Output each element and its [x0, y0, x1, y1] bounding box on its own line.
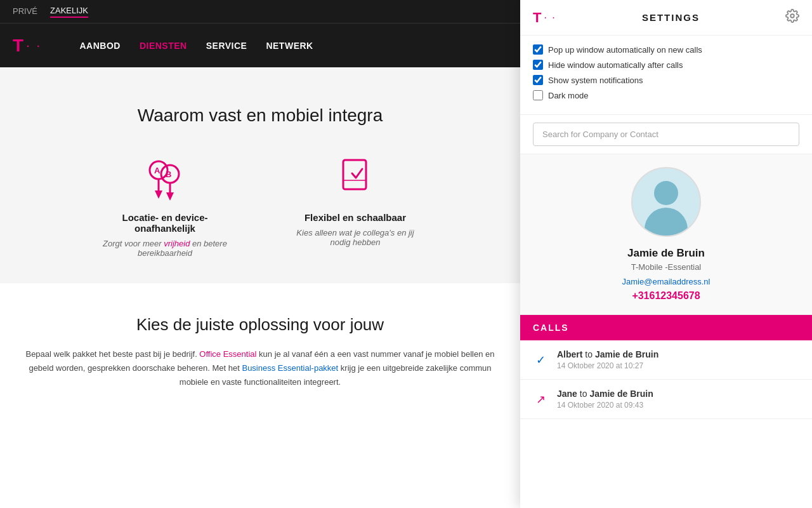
panel-logo-t: T [533, 10, 541, 26]
feature-flexible: Flexibel en schaalbaar Kies alleen wat j… [285, 157, 425, 258]
calls-header: CALLS [520, 315, 812, 340]
call-from-2: Jane [557, 389, 577, 399]
call-time-2: 14 Oktober 2020 at 09:43 [557, 401, 799, 410]
popup-checkbox[interactable] [533, 44, 543, 55]
content-text: Bepaal welk pakket het beste past bij je… [22, 347, 498, 389]
panel-title: SETTINGS [563, 12, 779, 23]
hide-label[interactable]: Hide window automatically after calls [548, 60, 683, 70]
feature1-desc: Zorgt voor meer vrijheid en betere berei… [95, 239, 235, 258]
nav-service[interactable]: SERVICE [206, 41, 247, 51]
feature2-desc: Kies alleen wat je collega's en jij nodi… [285, 228, 425, 247]
svg-marker-3 [155, 190, 162, 199]
contact-company: T-Mobile -Essential [631, 262, 702, 272]
logo-t: T [13, 36, 23, 56]
search-section [520, 115, 812, 154]
nav-netwerk[interactable]: NETWERK [266, 41, 313, 51]
top-bar: PRIVÉ ZAKELIJK [0, 0, 520, 23]
main-nav: T · · AANBOD DIENSTEN SERVICE NETWERK [0, 23, 520, 67]
nav-logo: T · · [13, 36, 41, 56]
logo-dots: · · [26, 37, 41, 54]
popup-label[interactable]: Pop up window automatically on new calls [548, 45, 702, 55]
call-info-1: Albert to Jamie de Bruin 14 Oktober 2020… [557, 349, 799, 370]
feature1-title: Locatie- en device-onafhankelijk [95, 212, 235, 234]
nav-aanbod[interactable]: AANBOD [79, 41, 120, 51]
panel-header: T · · SETTINGS [520, 0, 812, 36]
contact-email[interactable]: Jamie@emailaddress.nl [622, 277, 710, 286]
call-item[interactable]: ✓ Albert to Jamie de Bruin 14 Oktober 20… [520, 340, 812, 380]
office-essential-link[interactable]: Office Essential [199, 349, 256, 359]
avatar-head [654, 181, 678, 205]
hero-section: Waarom vast en mobiel integra A B [0, 67, 520, 283]
svg-point-10 [790, 14, 794, 18]
calls-title: CALLS [533, 323, 799, 333]
avatar [631, 167, 701, 237]
call-time-1: 14 Oktober 2020 at 10:27 [557, 361, 799, 370]
call-info-2: Jane to Jamie de Bruin 14 Oktober 2020 a… [557, 389, 799, 410]
feature1-highlight: vrijheid [164, 239, 190, 248]
avatar-torso [645, 208, 688, 236]
checkbox-hide: Hide window automatically after calls [533, 60, 799, 70]
incoming-call-icon: ✓ [533, 352, 548, 368]
calls-list: ✓ Albert to Jamie de Bruin 14 Oktober 20… [520, 340, 812, 508]
settings-gear-button[interactable] [785, 9, 799, 26]
contact-phone[interactable]: +31612345678 [632, 290, 700, 302]
business-essential-link[interactable]: Business Essential-pakket [242, 363, 338, 373]
call-names-2: Jane to Jamie de Bruin [557, 389, 799, 399]
svg-rect-8 [343, 160, 366, 189]
svg-text:A: A [154, 166, 160, 175]
call-to-label-2: to [580, 389, 590, 399]
call-from-1: Albert [557, 349, 582, 359]
topbar-prive[interactable]: PRIVÉ [13, 6, 37, 17]
outgoing-call-icon: ↗ [533, 392, 548, 407]
hero-title: Waarom vast en mobiel integra [13, 105, 508, 126]
nav-diensten[interactable]: DIENSTEN [140, 41, 187, 51]
website-background: PRIVÉ ZAKELIJK T · · AANBOD DIENSTEN SER… [0, 0, 520, 508]
call-to-label-1: to [585, 349, 595, 359]
feature2-title: Flexibel en schaalbaar [285, 212, 425, 223]
hide-checkbox[interactable] [533, 60, 543, 70]
darkmode-checkbox[interactable] [533, 90, 543, 100]
call-names-1: Albert to Jamie de Bruin [557, 349, 799, 359]
nav-items: AANBOD DIENSTEN SERVICE NETWERK [79, 41, 313, 51]
content-section: Kies de juiste oplossing voor jouw Bepaa… [0, 283, 520, 415]
checkbox-darkmode: Dark mode [533, 90, 799, 100]
darkmode-label[interactable]: Dark mode [548, 91, 589, 100]
checkbox-popup: Pop up window automatically on new calls [533, 44, 799, 55]
right-panel: T · · SETTINGS Pop up window automatical… [520, 0, 812, 508]
notifications-label[interactable]: Show system notifications [548, 76, 643, 85]
feature-location: A B Locatie- en device-onafhankelijk Zor… [95, 157, 235, 258]
panel-logo: T · · [533, 10, 556, 26]
call-to-2: Jamie de Bruin [589, 389, 653, 399]
svg-text:B: B [166, 170, 171, 179]
svg-marker-7 [166, 192, 174, 201]
topbar-zakelijk[interactable]: ZAKELIJK [50, 6, 88, 18]
content-title: Kies de juiste oplossing voor jouw [19, 315, 501, 335]
settings-section: Pop up window automatically on new calls… [520, 36, 812, 115]
notifications-checkbox[interactable] [533, 75, 543, 85]
document-icon [285, 157, 425, 202]
features-row: A B Locatie- en device-onafhankelijk Zor… [13, 157, 508, 258]
panel-logo-dots: · · [544, 12, 556, 23]
avatar-body [645, 181, 688, 236]
call-item[interactable]: ↗ Jane to Jamie de Bruin 14 Oktober 2020… [520, 380, 812, 419]
search-input[interactable] [533, 123, 799, 146]
contact-name: Jamie de Bruin [627, 247, 705, 260]
call-to-1: Jamie de Bruin [595, 349, 658, 359]
checkbox-notifications: Show system notifications [533, 75, 799, 85]
calls-section: CALLS ✓ Albert to Jamie de Bruin 14 Okto… [520, 315, 812, 508]
contact-section: Jamie de Bruin T-Mobile -Essential Jamie… [520, 154, 812, 315]
location-icon: A B [95, 157, 235, 202]
